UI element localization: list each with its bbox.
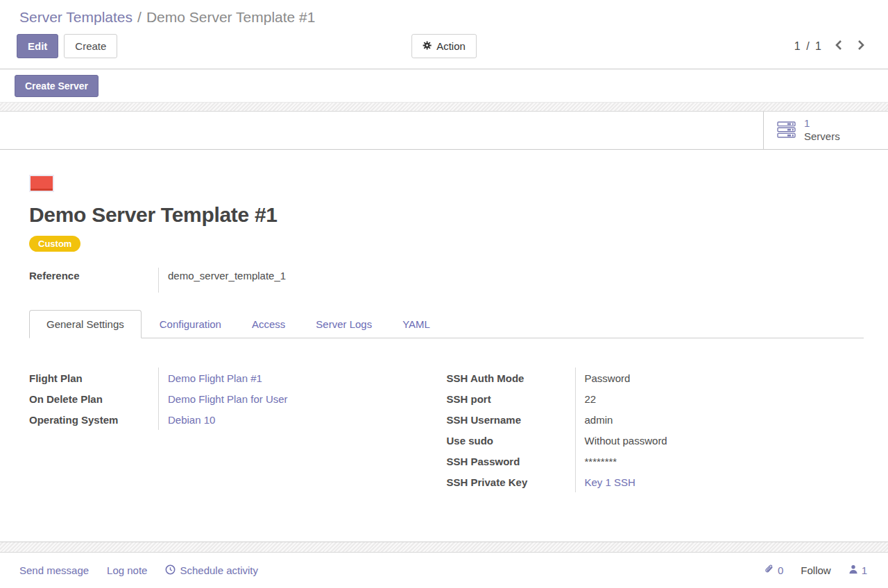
- action-button[interactable]: Action: [411, 34, 477, 58]
- servers-stat-text: 1 Servers: [804, 117, 840, 144]
- ssh-private-key-value-link[interactable]: Key 1 SSH: [585, 476, 635, 488]
- tab-server-logs[interactable]: Server Logs: [303, 311, 384, 338]
- action-button-label: Action: [436, 41, 466, 51]
- ssh-auth-mode-label: SSH Auth Mode: [447, 372, 575, 384]
- servers-stat-button[interactable]: 1 Servers: [763, 112, 888, 149]
- statusbar: Create Server: [0, 69, 888, 102]
- servers-count: 1: [804, 117, 840, 130]
- attachment-button[interactable]: 0: [764, 564, 783, 577]
- reference-label: Reference: [29, 268, 158, 293]
- chevron-right-icon: [857, 40, 864, 53]
- control-panel: Server Templates/Demo Server Template #1…: [0, 0, 888, 69]
- chatter-toolbar: Send message Log note Schedule activity …: [0, 553, 888, 588]
- field-use-sudo: Use sudo Without password: [447, 430, 864, 451]
- reference-field: Reference demo_server_template_1: [29, 268, 864, 293]
- field-on-delete-plan: On Delete Plan Demo Flight Plan for User: [29, 388, 447, 409]
- person-icon: [848, 564, 858, 576]
- field-ssh-password: SSH Password ********: [447, 451, 864, 472]
- ssh-port-label: SSH port: [447, 393, 575, 405]
- attachment-count: 0: [778, 564, 783, 576]
- form-sheet: Demo Server Template #1 Custom Reference…: [0, 150, 888, 542]
- ssh-password-label: SSH Password: [447, 456, 575, 467]
- servers-icon: [777, 121, 796, 140]
- chatter-actions: Send message Log note Schedule activity: [19, 564, 258, 577]
- ssh-username-label: SSH Username: [447, 414, 575, 426]
- field-ssh-port: SSH port 22: [447, 388, 864, 409]
- custom-badge: Custom: [29, 236, 80, 252]
- chatter-followers: 0 Follow 1: [764, 564, 867, 577]
- field-ssh-auth-mode: SSH Auth Mode Password: [447, 368, 864, 388]
- ssh-port-value: 22: [585, 393, 597, 405]
- breadcrumb: Server Templates/Demo Server Template #1: [0, 0, 888, 26]
- flight-plan-value-link[interactable]: Demo Flight Plan #1: [168, 372, 262, 384]
- schedule-activity-button[interactable]: Schedule activity: [165, 564, 258, 577]
- tab-configuration[interactable]: Configuration: [147, 311, 234, 338]
- edit-button[interactable]: Edit: [17, 34, 58, 58]
- pager-previous-button[interactable]: [832, 38, 845, 54]
- control-panel-buttons: Edit Create Action 1 / 1: [0, 34, 888, 58]
- tab-yaml[interactable]: YAML: [390, 311, 443, 338]
- divider-strip-top: [0, 102, 888, 112]
- servers-label: Servers: [804, 130, 840, 144]
- ssh-private-key-label: SSH Private Key: [447, 476, 575, 488]
- field-ssh-username: SSH Username admin: [447, 409, 864, 430]
- flight-plan-label: Flight Plan: [29, 372, 158, 384]
- use-sudo-value: Without password: [585, 435, 667, 447]
- field-flight-plan: Flight Plan Demo Flight Plan #1: [29, 368, 447, 388]
- button-box: 1 Servers: [0, 112, 888, 150]
- operating-system-value-link[interactable]: Debian 10: [168, 414, 215, 426]
- ssh-password-value: ********: [585, 456, 617, 467]
- breadcrumb-current: Demo Server Template #1: [146, 9, 316, 25]
- field-group-left: Flight Plan Demo Flight Plan #1 On Delet…: [29, 368, 447, 492]
- pager: 1 / 1: [794, 38, 867, 54]
- tab-content-general-settings: Flight Plan Demo Flight Plan #1 On Delet…: [29, 368, 864, 492]
- create-button[interactable]: Create: [64, 34, 117, 58]
- divider-strip-bottom: [0, 542, 888, 553]
- follower-count: 1: [862, 564, 867, 576]
- field-group-right: SSH Auth Mode Password SSH port 22 SSH U…: [447, 368, 864, 492]
- operating-system-label: Operating System: [29, 414, 158, 426]
- followers-button[interactable]: 1: [848, 564, 867, 576]
- paperclip-icon: [764, 564, 774, 577]
- breadcrumb-separator: /: [137, 9, 142, 25]
- reference-value: demo_server_template_1: [158, 268, 286, 293]
- breadcrumb-parent-link[interactable]: Server Templates: [19, 9, 133, 25]
- log-note-button[interactable]: Log note: [107, 564, 147, 576]
- field-operating-system: Operating System Debian 10: [29, 409, 447, 430]
- ssh-username-value: admin: [585, 414, 613, 426]
- create-server-button[interactable]: Create Server: [15, 75, 99, 97]
- tab-access[interactable]: Access: [239, 311, 298, 338]
- gear-icon: [422, 41, 432, 51]
- clock-icon: [165, 564, 176, 577]
- use-sudo-label: Use sudo: [447, 435, 575, 447]
- pager-value: 1 / 1: [794, 40, 823, 53]
- record-image[interactable]: [29, 175, 54, 192]
- on-delete-plan-value-link[interactable]: Demo Flight Plan for User: [168, 393, 288, 405]
- pager-next-button[interactable]: [855, 38, 867, 54]
- field-ssh-private-key: SSH Private Key Key 1 SSH: [447, 472, 864, 492]
- ssh-auth-mode-value: Password: [585, 372, 631, 384]
- send-message-button[interactable]: Send message: [19, 564, 89, 576]
- follow-button[interactable]: Follow: [801, 564, 830, 576]
- on-delete-plan-label: On Delete Plan: [29, 393, 158, 405]
- schedule-activity-label: Schedule activity: [180, 564, 258, 576]
- record-title: Demo Server Template #1: [29, 203, 864, 227]
- tab-general-settings[interactable]: General Settings: [29, 310, 142, 338]
- chevron-left-icon: [835, 40, 842, 53]
- notebook-tabs: General Settings Configuration Access Se…: [29, 310, 864, 338]
